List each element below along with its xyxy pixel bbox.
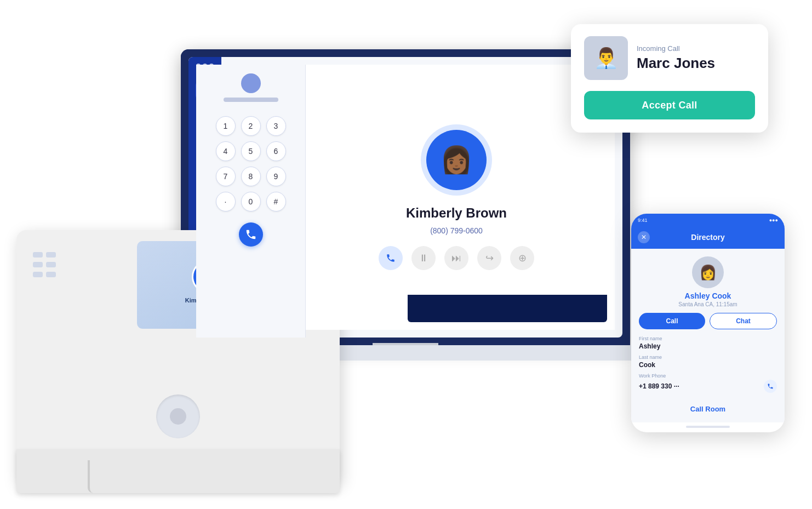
- indicator-dot: [46, 272, 56, 277]
- mobile-work-phone-field: Work Phone +1 889 330 ···: [639, 373, 777, 393]
- work-phone-call-icon[interactable]: [764, 380, 777, 393]
- contact-actions: ⏸ ⏭ ↪ ⊕: [379, 246, 534, 270]
- laptop-screen: X 👤 1 2 3 4 5 6 7 8 9 · 0: [181, 49, 630, 345]
- work-phone-label: Work Phone: [639, 373, 777, 379]
- action-phone[interactable]: [379, 246, 403, 270]
- mobile-close-button[interactable]: ✕: [638, 231, 650, 243]
- indicator-dot: [46, 262, 56, 267]
- mobile-footer-bar: [686, 426, 730, 428]
- key-1[interactable]: 1: [216, 116, 236, 136]
- key-9[interactable]: 9: [266, 167, 286, 186]
- contact-phone: (800) 799-0600: [430, 226, 483, 235]
- mobile-status-bar: 9:41 ●●●: [631, 214, 785, 227]
- first-name-label: First name: [639, 336, 777, 341]
- mobile-chat-button[interactable]: Chat: [710, 313, 777, 329]
- key-7[interactable]: 7: [216, 167, 236, 186]
- mobile-body: 👩 Ashley Cook Santa Ana CA, 11:15am Call…: [631, 249, 785, 422]
- caller-info: Incoming Call Marc Jones: [637, 44, 755, 72]
- phone-icon-small: [767, 383, 774, 390]
- indicator-dot: [46, 252, 56, 258]
- mobile-contact-photo: 👩: [692, 256, 724, 288]
- indicator-dot: [33, 262, 43, 267]
- incoming-call-card: 👨‍💼 Incoming Call Marc Jones Accept Call: [571, 24, 768, 133]
- phone-action-icon: [386, 253, 396, 263]
- phone-nav-center[interactable]: [170, 408, 186, 425]
- key-0[interactable]: 0: [241, 192, 261, 211]
- app-window: X 👤 1 2 3 4 5 6 7 8 9 · 0: [188, 57, 622, 338]
- key-6[interactable]: 6: [266, 141, 286, 161]
- mobile-directory-card: 9:41 ●●● ✕ Directory 👩 Ashley Cook Santa…: [631, 214, 785, 432]
- work-phone-row: +1 889 330 ···: [639, 380, 777, 393]
- accept-call-button[interactable]: Accept Call: [584, 91, 755, 119]
- dialer-grid: 1 2 3 4 5 6 7 8 9 · 0 #: [216, 116, 286, 211]
- last-name-value: Cook: [639, 361, 777, 369]
- phone-nav-ring[interactable]: [156, 394, 200, 438]
- mobile-first-name-field: First name Ashley: [639, 336, 777, 350]
- action-mute[interactable]: ⏸: [411, 246, 436, 270]
- key-dot[interactable]: ·: [216, 192, 236, 211]
- phone-icon: [245, 228, 257, 241]
- mobile-last-name-field: Last name Cook: [639, 354, 777, 369]
- dialer-avatar: [241, 73, 261, 93]
- contact-bottom-bar: [408, 295, 607, 322]
- mobile-header-title: Directory: [654, 233, 762, 242]
- call-room-button[interactable]: Call Room: [639, 401, 777, 417]
- key-4[interactable]: 4: [216, 141, 236, 161]
- incoming-call-label: Incoming Call: [637, 44, 755, 53]
- work-phone-value: +1 889 330 ···: [639, 382, 679, 390]
- key-2[interactable]: 2: [241, 116, 261, 136]
- action-more[interactable]: ⊕: [510, 246, 534, 270]
- mobile-action-row: Call Chat: [639, 313, 777, 329]
- indicator-dot: [33, 272, 43, 277]
- action-transfer[interactable]: ↪: [477, 246, 501, 270]
- action-hold[interactable]: ⏭: [444, 246, 468, 270]
- phone-base: [16, 449, 340, 493]
- key-hash[interactable]: #: [266, 192, 286, 211]
- contact-card: 👩🏾 Kimberly Brown (800) 799-0600 ⏸ ⏭ ↪ ⊕: [298, 65, 615, 330]
- mobile-time: 9:41: [638, 218, 648, 223]
- mobile-signal: ●●●: [769, 218, 778, 223]
- phone-cord: [88, 460, 104, 493]
- key-3[interactable]: 3: [266, 116, 286, 136]
- last-name-label: Last name: [639, 354, 777, 360]
- mobile-call-button[interactable]: Call: [639, 313, 705, 329]
- mobile-contact-location: Santa Ana CA, 11:15am: [639, 301, 777, 307]
- dialer-call-button[interactable]: [239, 222, 263, 247]
- mobile-header: ✕ Directory: [631, 227, 785, 249]
- caller-photo: 👨‍💼: [584, 36, 628, 80]
- dialer-name-bar: [224, 98, 278, 102]
- key-8[interactable]: 8: [241, 167, 261, 186]
- dialer-panel: 1 2 3 4 5 6 7 8 9 · 0 #: [196, 65, 306, 338]
- mobile-contact-name: Ashley Cook: [639, 291, 777, 300]
- phone-indicator-lights: [33, 252, 56, 277]
- caller-name: Marc Jones: [637, 55, 755, 72]
- contact-name: Kimberly Brown: [406, 205, 507, 221]
- indicator-dot: [33, 252, 43, 258]
- contact-avatar: 👩🏾: [426, 130, 487, 190]
- key-5[interactable]: 5: [241, 141, 261, 161]
- first-name-value: Ashley: [639, 342, 777, 350]
- contact-avatar-ring: 👩🏾: [421, 124, 492, 196]
- incoming-call-header: 👨‍💼 Incoming Call Marc Jones: [584, 36, 755, 80]
